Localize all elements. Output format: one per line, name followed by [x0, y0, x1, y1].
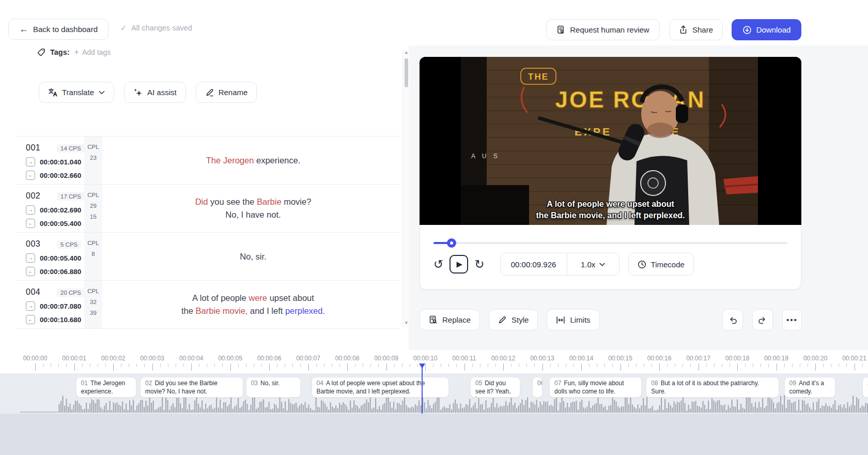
playback-speed-select[interactable]: 1.0x — [567, 253, 619, 275]
end-time-field[interactable]: ←00:00:02.660 — [26, 171, 81, 180]
limits-button[interactable]: Limits — [547, 309, 599, 330]
ruler-tick — [534, 363, 535, 367]
ruler-tick — [456, 363, 457, 367]
segment-number: 01 — [81, 380, 88, 387]
video-viewport[interactable]: A U S THE JOE ROGAN EXPE CE — [420, 57, 801, 225]
subtitle-row[interactable]: 0035 CPSCPL8→00:00:05.400←00:00:06.880No… — [16, 233, 401, 281]
scrollbar-down-arrow[interactable]: ▼ — [403, 320, 410, 327]
translate-button[interactable]: Translate — [39, 82, 114, 103]
end-time-field[interactable]: ←00:00:05.400 — [26, 219, 81, 228]
subtitle-text-line: No, sir. — [240, 250, 266, 263]
ruler-tick — [784, 363, 785, 367]
start-time: 00:00:02.690 — [40, 206, 81, 214]
video-player-card: A U S THE JOE ROGAN EXPE CE — [420, 57, 801, 290]
ruler-tick — [722, 363, 722, 367]
share-button[interactable]: Share — [669, 19, 723, 40]
ruler-tick — [495, 363, 496, 367]
start-time-field[interactable]: →00:00:07.080 — [26, 301, 81, 311]
slider-handle[interactable] — [447, 238, 456, 248]
timeline-segment[interactable]: 09And it's a comedy. — [784, 377, 835, 398]
undo-button[interactable] — [722, 309, 743, 330]
ruler-tick — [378, 363, 379, 367]
download-button[interactable]: Download — [732, 19, 801, 40]
add-tags-label: Add tags — [82, 48, 111, 56]
ruler-tick — [823, 363, 824, 367]
slider-track[interactable] — [433, 242, 787, 244]
subtitle-text[interactable]: A lot of people were upset aboutthe Barb… — [111, 281, 395, 328]
end-time: 00:00:06.880 — [40, 268, 81, 276]
ruler-tick — [792, 363, 793, 367]
end-time: 00:00:02.660 — [40, 172, 81, 179]
rename-button[interactable]: Rename — [196, 82, 257, 103]
ruler-tick — [464, 363, 465, 371]
scrollbar-up-arrow[interactable]: ▲ — [403, 49, 410, 56]
cpl-value: 29 — [84, 203, 102, 209]
scrollbar-thumb[interactable] — [405, 58, 408, 87]
plus-icon: + — [74, 48, 79, 57]
timeline-segment[interactable]: 06 — [532, 377, 542, 398]
start-time-field[interactable]: →00:00:01.040 — [26, 157, 81, 166]
timeline-segment[interactable]: 03No, sir. — [246, 377, 301, 398]
replace-button[interactable]: Replace — [420, 309, 480, 330]
subtitle-row[interactable]: 00217 CPSCPL2915→00:00:02.690←00:00:05.4… — [16, 185, 401, 233]
playhead[interactable] — [422, 363, 423, 414]
timeline-segment[interactable]: 05Did you see it? Yeah, it — [470, 377, 520, 398]
timeline-segment[interactable]: 02Did you see the Barbie movie? No, I ha… — [140, 377, 243, 398]
ruler-tick — [605, 363, 605, 367]
ruler-tick — [800, 363, 800, 367]
play-button[interactable]: ▶ — [450, 255, 468, 274]
timeline-segment[interactable]: 08But a lot of it is about the patriarch… — [646, 377, 779, 398]
ai-assist-button[interactable]: AI assist — [124, 82, 186, 103]
timeline-segment[interactable]: 01The Jerogen experience. — [76, 377, 136, 398]
end-time: 00:00:10.680 — [40, 316, 81, 324]
ruler-tick — [168, 363, 168, 367]
ruler-tick — [589, 363, 590, 367]
style-button[interactable]: Style — [489, 309, 538, 330]
share-icon — [679, 25, 688, 34]
ruler-tick — [737, 363, 738, 371]
ruler-tick — [566, 363, 566, 367]
timecode-button[interactable]: Timecode — [628, 253, 694, 276]
forward-icon[interactable]: ↻ — [474, 259, 484, 270]
subtitle-row[interactable]: 00114 CPSCPL23→00:00:01.040←00:00:02.660… — [16, 136, 401, 185]
end-time-field[interactable]: ←00:00:10.680 — [26, 315, 81, 324]
add-tags-button[interactable]: + Add tags — [74, 48, 111, 57]
ruler-tick — [753, 363, 753, 367]
ruler-time-label: 00:00:01 — [62, 355, 86, 362]
play-icon: ▶ — [457, 260, 463, 269]
segment-number: 08 — [651, 380, 658, 387]
ruler-tick — [480, 363, 481, 367]
request-human-review-button[interactable]: Request human review — [546, 19, 660, 40]
clock-icon — [638, 260, 646, 269]
more-options-button[interactable]: ••• — [782, 309, 802, 330]
subtitle-text[interactable]: The Jerogen experience. — [111, 136, 395, 184]
redo-button[interactable] — [752, 309, 773, 330]
start-time-field[interactable]: →00:00:02.690 — [26, 205, 81, 215]
subtitle-text[interactable]: Did you see the Barbie movie?No, I have … — [111, 185, 395, 232]
subtitle-row[interactable]: 00420 CPSCPL3239→00:00:07.080←00:00:10.6… — [16, 281, 401, 329]
cpl-header: CPL — [84, 288, 102, 294]
start-time-field[interactable]: →00:00:05.400 — [26, 253, 81, 263]
ruler-tick — [113, 363, 114, 371]
cps-badge: 14 CPS — [57, 144, 85, 153]
end-time-field[interactable]: ←00:00:06.880 — [26, 267, 81, 276]
video-progress-slider[interactable] — [433, 238, 787, 248]
cpl-column: CPL23 — [84, 136, 102, 184]
ruler-time-label: 00:00:16 — [647, 355, 672, 362]
ruler-tick — [628, 363, 629, 367]
timeline-segment[interactable]: 10 — [862, 377, 868, 398]
subtitle-text[interactable]: No, sir. — [111, 233, 395, 280]
time-out-icon: ← — [26, 315, 35, 324]
list-scrollbar[interactable]: ▲ ▼ — [402, 49, 410, 327]
ruler-time-label: 00:00:17 — [686, 355, 710, 362]
rewind-icon[interactable]: ↺ — [433, 259, 443, 270]
back-to-dashboard-button[interactable]: ← Back to dashboard — [8, 19, 109, 40]
segment-number: 06 — [537, 380, 542, 387]
timeline-segment[interactable]: 04A lot of people were upset about the B… — [312, 377, 450, 398]
timeline-segment[interactable]: 07Fun, silly movie about dolls who come … — [549, 377, 642, 398]
segment-number: 04 — [317, 380, 323, 387]
translate-icon — [48, 88, 57, 97]
style-label: Style — [512, 315, 529, 324]
current-time-field[interactable]: 00:00:09.926 — [501, 253, 567, 275]
subtitle-number: 004 — [26, 287, 40, 297]
